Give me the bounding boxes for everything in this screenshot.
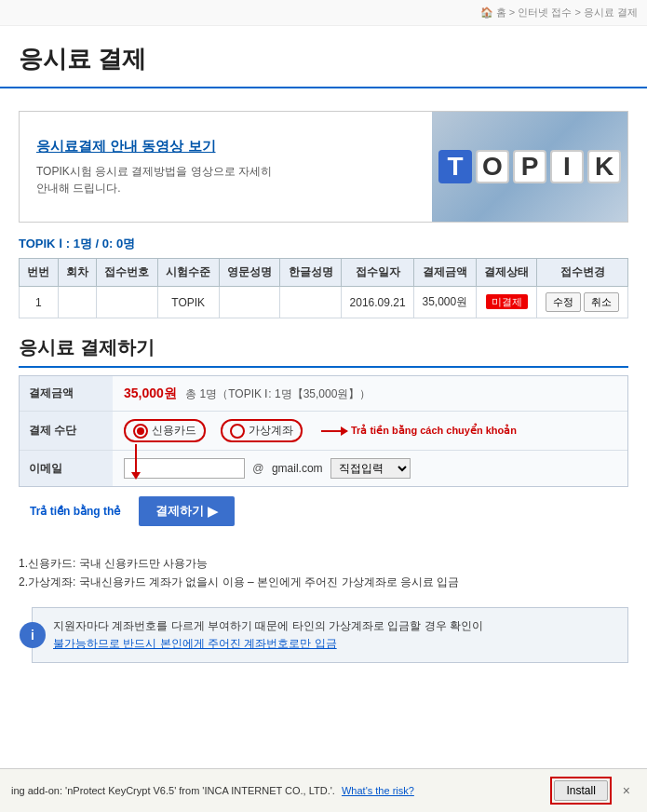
col-header-status: 결제상태 — [476, 259, 537, 287]
amount-row: 결제금액 35,000원 총 1명（TOPIK Ⅰ: 1명【35,000원】） — [20, 376, 627, 412]
cell-date: 2016.09.21 — [342, 287, 414, 318]
info-box: i 지원자마다 계좌번호를 다르게 부여하기 때문에 타인의 가상계좌로 입금할… — [32, 607, 628, 663]
edit-button[interactable]: 수정 — [546, 292, 581, 312]
cell-korname — [280, 287, 342, 318]
cell-amount: 35,000원 — [414, 287, 477, 318]
payment-form: 결제금액 35,000원 총 1명（TOPIK Ⅰ: 1명【35,000원】） … — [19, 375, 628, 487]
banner: 응시료결제 안내 동영상 보기 TOPIK시험 응시료 결제방법을 영상으로 자… — [19, 111, 628, 223]
amount-number: 35,000원 — [124, 386, 177, 400]
virtual-label: 가상계좌 — [249, 423, 293, 439]
pay-arrow-icon: ▶ — [208, 504, 218, 519]
info-link[interactable]: 불가능하므로 반드시 본인에게 주어진 계좌번호로만 입금 — [53, 637, 337, 650]
breadcrumb: 🏠 홈 > 인터넷 접수 > 응시료 결제 — [0, 0, 647, 26]
email-domain: gmail.com — [272, 462, 323, 475]
letter-p: P — [513, 150, 546, 183]
amount-total: 총 1명（TOPIK Ⅰ: 1명【35,000원】） — [185, 387, 371, 400]
amount-label: 결제금액 — [20, 376, 113, 411]
banner-link[interactable]: 응시료결제 안내 동영상 보기 — [36, 138, 415, 156]
payment-bottom: Trả tiền bằng thẻ 결제하기 ▶ — [19, 487, 628, 535]
banner-image: T O P I K — [432, 112, 627, 222]
col-header-engname: 영문성명 — [219, 259, 280, 287]
note-2: 2.가상계좌: 국내신용카드 계좌가 없을시 이용 – 본인에게 주어진 가상계… — [19, 573, 628, 591]
col-header-korname: 한글성명 — [280, 259, 342, 287]
banner-left: 응시료결제 안내 동영상 보기 TOPIK시험 응시료 결제방법을 영상으로 자… — [20, 112, 432, 222]
col-header-amount: 결제금액 — [414, 259, 477, 287]
page-title: 응시료 결제 — [0, 26, 647, 88]
table-row: 1 TOPIK 2016.09.21 35,000원 미결제 수정 취소 — [20, 287, 628, 318]
payment-section: 응시료 결제하기 결제금액 35,000원 총 1명（TOPIK Ⅰ: 1명【3… — [19, 335, 628, 535]
cell-status: 미결제 — [476, 287, 537, 318]
method-annotation: Trả tiền bằng cách chuyển khoản — [351, 425, 517, 437]
cell-level: TOPIK — [157, 287, 219, 318]
payment-title: 응시료 결제하기 — [19, 335, 628, 368]
credit-radio[interactable] — [133, 424, 148, 439]
letter-i: I — [550, 150, 584, 183]
topik-logo: T O P I K — [438, 150, 621, 183]
pay-button[interactable]: 결제하기 ▶ — [139, 496, 235, 526]
col-header-num: 번번 — [20, 259, 59, 287]
col-header-round: 회차 — [58, 259, 97, 287]
letter-t: T — [438, 150, 472, 183]
col-header-date: 접수일자 — [342, 259, 414, 287]
email-domain-select[interactable]: 직접입력 gmail.com naver.com — [330, 458, 411, 479]
table-section: TOPIK Ⅰ : 1명 / 0: 0명 번번 회차 접수번호 시험수준 영문성… — [19, 236, 628, 318]
credit-label: 신용카드 — [152, 423, 196, 439]
email-value: @ gmail.com 직접입력 gmail.com naver.com — [113, 451, 627, 486]
cell-engname — [219, 287, 280, 318]
letter-o: O — [476, 150, 509, 183]
col-header-change: 접수변경 — [537, 259, 628, 287]
method-row: 결제 수단 신용카드 — [20, 412, 627, 451]
banner-description: TOPIK시험 응시료 결제방법을 영상으로 자세히 안내해 드립니다. — [36, 163, 415, 196]
annotation-card: Trả tiền bằng thẻ — [30, 505, 120, 518]
info-text-1: 지원자마다 계좌번호를 다르게 부여하기 때문에 타인의 가상계좌로 입금할 경… — [53, 619, 483, 632]
amount-value: 35,000원 총 1명（TOPIK Ⅰ: 1명【35,000원】） — [113, 378, 627, 410]
cell-round — [58, 287, 97, 318]
home-icon: 🏠 — [480, 7, 493, 18]
method-label: 결제 수단 — [20, 412, 113, 450]
email-row: 이메일 @ gmail.com 직접입력 gmail.com naver.com — [20, 451, 627, 486]
payment-method-group: 신용카드 가상계좌 — [124, 419, 616, 442]
letter-k: K — [587, 150, 621, 183]
cell-regnum — [97, 287, 158, 318]
status-badge: 미결제 — [486, 294, 528, 309]
email-input[interactable] — [124, 458, 245, 479]
cell-change: 수정 취소 — [537, 287, 628, 318]
method-value: 신용카드 가상계좌 — [113, 412, 627, 450]
cell-num: 1 — [20, 287, 59, 318]
col-header-regnum: 접수번호 — [97, 259, 158, 287]
virtual-radio[interactable] — [230, 424, 245, 439]
notes-section: 1.신용카드: 국내 신용카드만 사용가능 2.가상계좌: 국내신용카드 계좌가… — [19, 550, 628, 596]
cancel-button[interactable]: 취소 — [584, 292, 619, 312]
table-subtitle: TOPIK Ⅰ : 1명 / 0: 0명 — [19, 236, 628, 252]
applicant-table: 번번 회차 접수번호 시험수준 영문성명 한글성명 접수일자 결제금액 결제상태… — [19, 258, 628, 318]
email-label: 이메일 — [20, 451, 113, 486]
col-header-level: 시험수준 — [157, 259, 219, 287]
info-icon: i — [20, 622, 46, 648]
email-at: @ — [252, 462, 263, 475]
note-1: 1.신용카드: 국내 신용카드만 사용가능 — [19, 554, 628, 573]
